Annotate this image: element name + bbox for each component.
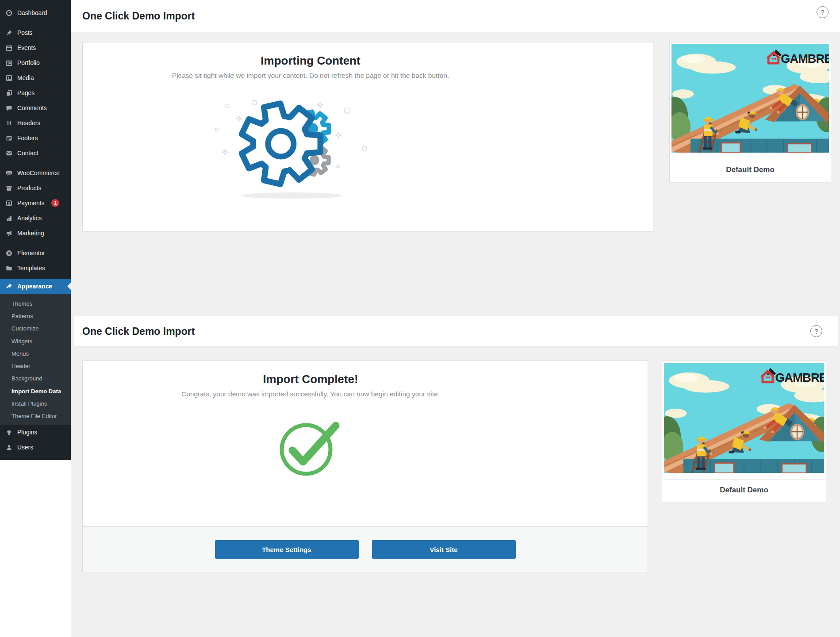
svg-text:H: H	[7, 119, 11, 126]
submenu-item-import-demo-data[interactable]: Import Demo Data	[0, 385, 71, 397]
elementor-icon	[5, 249, 13, 257]
folder-icon	[5, 265, 13, 272]
page-title: One Click Demo Import	[74, 326, 195, 338]
demo-label: Default Demo	[671, 159, 829, 180]
sidebar-item-comments[interactable]: Comments	[0, 100, 71, 115]
demo-label: Default Demo	[664, 480, 824, 501]
bar-chart-icon	[5, 215, 13, 222]
gears-illustration	[187, 84, 434, 203]
sidebar-item-payments[interactable]: $ Payments 1	[0, 196, 71, 211]
importing-section: One Click Demo Import ? Importing Conten…	[71, 0, 840, 262]
importing-subtitle: Please sit tight while we import your co…	[83, 72, 538, 80]
pushpin-icon	[5, 29, 13, 37]
sidebar-item-posts[interactable]: Posts	[0, 25, 71, 40]
sidebar-item-templates[interactable]: Templates	[0, 261, 71, 276]
submenu-item-widgets[interactable]: Widgets	[0, 335, 71, 347]
appearance-submenu: Themes Patterns Customize Widgets Menus …	[0, 294, 71, 425]
complete-page-header: One Click Demo Import ?	[74, 316, 838, 346]
submenu-item-menus[interactable]: Menus	[0, 347, 71, 360]
submenu-item-customize[interactable]: Customize	[0, 322, 71, 335]
svg-text:WOO: WOO	[7, 172, 12, 174]
envelope-icon	[5, 150, 13, 157]
importing-card: Importing Content Please sit tight while…	[82, 42, 653, 231]
sidebar-item-contact[interactable]: Contact	[0, 146, 71, 161]
footer-rows-icon	[5, 134, 13, 142]
sidebar-item-headers[interactable]: H Headers	[0, 115, 71, 130]
visit-site-button[interactable]: Visit Site	[372, 540, 516, 559]
sidebar-item-media[interactable]: Media	[0, 70, 71, 85]
submenu-item-header[interactable]: Header	[0, 360, 71, 372]
sidebar-item-analytics[interactable]: Analytics	[0, 211, 71, 226]
svg-text:$: $	[8, 201, 10, 205]
sidebar-item-appearance[interactable]: Appearance	[0, 279, 71, 294]
sidebar-item-products[interactable]: Products	[0, 180, 71, 196]
sidebar-item-portfolio[interactable]: Portfolio	[0, 55, 71, 70]
help-icon[interactable]: ?	[817, 6, 828, 18]
sidebar-item-marketing[interactable]: Marketing	[0, 226, 71, 241]
complete-title: Import Complete!	[83, 361, 538, 386]
pages-icon	[5, 89, 13, 97]
submenu-item-install-plugins[interactable]: Install Plugins	[0, 397, 71, 410]
payments-badge: 1	[51, 199, 59, 207]
importing-page-header: One Click Demo Import ?	[71, 0, 840, 32]
sidebar-item-elementor[interactable]: Elementor	[0, 246, 71, 261]
sidebar-item-events[interactable]: Events	[0, 40, 71, 55]
comment-icon	[5, 104, 13, 112]
portfolio-icon	[5, 59, 13, 67]
payments-dollar-icon: $	[5, 200, 13, 207]
sidebar-item-dashboard[interactable]: Dashboard	[0, 5, 71, 20]
demo-card[interactable]: Default Demo	[669, 42, 831, 182]
sidebar-item-woocommerce[interactable]: WOO WooCommerce	[0, 165, 71, 180]
user-icon	[5, 444, 13, 451]
complete-subtitle: Congrats, your demo was imported success…	[83, 390, 538, 398]
submenu-item-themes[interactable]: Themes	[0, 297, 71, 310]
sidebar-item-footers[interactable]: Footers	[0, 130, 71, 146]
woocommerce-icon: WOO	[5, 169, 13, 177]
products-box-icon	[5, 184, 13, 192]
calendar-icon	[5, 44, 13, 52]
plug-icon	[5, 429, 13, 436]
submenu-item-patterns[interactable]: Patterns	[0, 310, 71, 322]
importing-title: Importing Content	[83, 42, 538, 68]
page-title: One Click Demo Import	[71, 10, 195, 22]
admin-sidebar: Dashboard Posts Events Portfolio Media P…	[0, 0, 71, 460]
demo-preview-image	[664, 363, 824, 473]
complete-card: Import Complete! Congrats, your demo was…	[82, 361, 648, 572]
megaphone-icon	[5, 230, 13, 237]
sidebar-item-pages[interactable]: Pages	[0, 85, 71, 100]
media-icon	[5, 74, 13, 82]
complete-section: One Click Demo Import ? Import Complete!…	[71, 262, 840, 637]
submenu-item-background[interactable]: Background	[0, 372, 71, 385]
submenu-item-theme-file-editor[interactable]: Theme File Editor	[0, 410, 71, 422]
sidebar-item-users[interactable]: Users	[0, 440, 71, 455]
brush-icon	[5, 283, 13, 290]
theme-settings-button[interactable]: Theme Settings	[215, 540, 359, 559]
card-footer: Theme Settings Visit Site	[83, 526, 648, 572]
dashboard-icon	[5, 9, 13, 17]
demo-preview-image	[671, 44, 829, 153]
help-icon[interactable]: ?	[810, 325, 822, 337]
demo-card[interactable]: Default Demo	[662, 361, 826, 503]
success-check-icon	[273, 414, 348, 480]
header-h-icon: H	[5, 119, 13, 127]
sidebar-item-plugins[interactable]: Plugins	[0, 425, 71, 440]
